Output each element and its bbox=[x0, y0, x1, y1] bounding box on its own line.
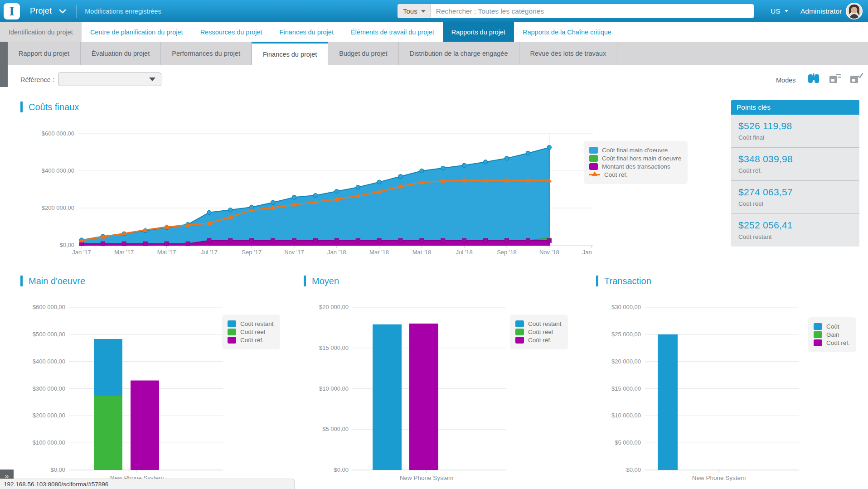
svg-text:Jan '19: Jan '19 bbox=[582, 249, 594, 256]
key-points-panel: Points clés $526 119,98Coût final$348 03… bbox=[731, 100, 859, 247]
key-point-label: Coût réel bbox=[738, 200, 852, 207]
primary-tab-identification-du-projet[interactable]: Identification du projet bbox=[0, 22, 82, 42]
legend-swatch bbox=[515, 337, 524, 344]
top-bar: I Projet Modifications enregistrées Tous… bbox=[0, 0, 868, 22]
section-transaction: Transaction$0,00$5 000,00$10 000,00$15 0… bbox=[594, 270, 868, 489]
section-title-text: Transaction bbox=[604, 276, 651, 286]
secondary-tab-valuation-du-projet[interactable]: Évaluation du projet bbox=[81, 42, 161, 65]
legend-swatch bbox=[814, 339, 822, 346]
primary-tab-ressources-du-projet[interactable]: Ressources du projet bbox=[192, 22, 271, 42]
secondary-tab-budget-du-projet[interactable]: Budget du projet bbox=[328, 42, 398, 65]
svg-text:Jul '17: Jul '17 bbox=[201, 249, 218, 256]
binoculars-icon[interactable] bbox=[807, 73, 820, 84]
legend-swatch bbox=[515, 320, 524, 327]
section-title-couts-finaux: Coûts finaux bbox=[20, 102, 79, 112]
legend-label: Coût réf. bbox=[240, 337, 264, 344]
secondary-tab-revue-des-lots-de-travaux[interactable]: Revue des lots de travaux bbox=[519, 42, 618, 65]
key-point-label: Coût final bbox=[738, 134, 852, 141]
svg-text:$20 000,00: $20 000,00 bbox=[611, 358, 641, 365]
svg-text:$0,00: $0,00 bbox=[59, 242, 74, 248]
search-scope-label: Tous bbox=[403, 7, 417, 15]
svg-text:$15 000,00: $15 000,00 bbox=[319, 344, 349, 351]
secondary-tab-performances-du-projet[interactable]: Performances du projet bbox=[161, 42, 252, 65]
svg-text:$10 000,00: $10 000,00 bbox=[319, 385, 349, 392]
svg-text:Mar '17: Mar '17 bbox=[114, 249, 134, 256]
primary-tab-finances-du-projet[interactable]: Finances du projet bbox=[271, 22, 342, 42]
title-accent-bar bbox=[20, 276, 23, 286]
key-points-body: $526 119,98Coût final$348 039,98Coût réf… bbox=[731, 115, 859, 247]
report-edit-mode-icon[interactable] bbox=[829, 73, 842, 84]
topbar-divider bbox=[76, 5, 77, 18]
collapsed-panel-strip[interactable] bbox=[0, 42, 8, 87]
svg-text:Mai '17: Mai '17 bbox=[157, 249, 176, 256]
legend-item-co-t-r-f: Coût réf. bbox=[228, 337, 274, 344]
legend-swatch bbox=[589, 147, 598, 154]
legend-item-co-t-restant: Coût restant bbox=[515, 320, 562, 327]
svg-text:New Phone System: New Phone System bbox=[400, 474, 454, 481]
svg-text:Sep '17: Sep '17 bbox=[242, 249, 262, 256]
svg-text:$400 000,00: $400 000,00 bbox=[42, 167, 74, 174]
bar-segment-co-t-r-el bbox=[94, 396, 122, 470]
chevron-down-icon[interactable] bbox=[59, 9, 66, 14]
svg-text:Mai '18: Mai '18 bbox=[412, 249, 432, 256]
section-title-text: Moyen bbox=[312, 276, 339, 286]
legend-label: Coût réel bbox=[240, 329, 265, 335]
svg-text:$600 000,00: $600 000,00 bbox=[33, 304, 65, 310]
bar-segment-co-t-restant bbox=[373, 324, 402, 470]
reference-label: Référence : bbox=[20, 76, 54, 83]
bar-segment-co-t-restant bbox=[94, 339, 122, 396]
svg-text:Sep '18: Sep '18 bbox=[497, 249, 517, 256]
secondary-tab-finances-du-projet[interactable]: Finances du projet bbox=[252, 42, 328, 65]
primary-tab-rapports-de-la-cha-ne-critique[interactable]: Rapports de la Chaîne critique bbox=[514, 22, 620, 42]
user-avatar[interactable] bbox=[846, 3, 863, 19]
primary-tab-l-ments-de-travail-du-projet[interactable]: Éléments de travail du projet bbox=[342, 22, 443, 42]
search-input[interactable] bbox=[431, 4, 754, 18]
legend-item-co-t-r-el: Coût réel bbox=[515, 329, 562, 335]
section-title-text: Coûts finaux bbox=[29, 102, 79, 112]
project-menu[interactable]: Projet bbox=[30, 6, 52, 16]
legend-item-co-t-final-main-d-oeuvre: Coût final main d'oeuvre bbox=[589, 147, 681, 154]
legend-swatch bbox=[515, 329, 524, 335]
app-logo-icon[interactable]: I bbox=[4, 3, 20, 19]
secondary-tabs: Rapport du projetÉvaluation du projetPer… bbox=[0, 42, 868, 65]
svg-text:Jan '18: Jan '18 bbox=[327, 249, 346, 256]
key-point-co-t-r-el: $274 063,57Coût réel bbox=[731, 181, 859, 214]
legend-label: Coût réf. bbox=[826, 339, 850, 346]
svg-text:Jan '17: Jan '17 bbox=[72, 249, 91, 256]
chevron-down-icon bbox=[785, 10, 788, 12]
primary-tab-rapports-du-projet[interactable]: Rapports du projet bbox=[443, 22, 514, 42]
couts-finaux-chart[interactable]: $600 000,00$400 000,00$200 000,00$0,00Ja… bbox=[18, 119, 594, 268]
svg-text:$0,00: $0,00 bbox=[626, 466, 641, 473]
svg-text:$10 000,00: $10 000,00 bbox=[611, 412, 641, 419]
legend-item-co-t-r-f: Coût réf. bbox=[515, 337, 562, 344]
key-point-value: $526 119,98 bbox=[738, 121, 852, 131]
status-url: 192.168.56.103:8080/sciforma/#57896 bbox=[4, 481, 108, 488]
chevron-down-icon bbox=[149, 77, 155, 81]
key-point-value: $348 039,98 bbox=[738, 154, 852, 165]
status-bar: 192.168.56.103:8080/sciforma/#57896 bbox=[0, 479, 295, 489]
legend-label: Coût restant bbox=[240, 320, 274, 327]
language-selector[interactable]: US bbox=[771, 0, 788, 22]
bar-segment-co-t-r-f bbox=[409, 324, 438, 470]
svg-text:Jul '18: Jul '18 bbox=[456, 249, 473, 256]
section-main-d-oeuvre: Main d'oeuvre$0,00$100 000,00$200 000,00… bbox=[18, 270, 299, 489]
search-scope-dropdown[interactable]: Tous bbox=[398, 4, 431, 18]
svg-text:$25 000,00: $25 000,00 bbox=[611, 331, 641, 338]
user-name[interactable]: Administrator bbox=[800, 0, 842, 22]
legend-item-montant-des-transactions: Montant des transactions bbox=[589, 163, 681, 170]
reference-dropdown[interactable] bbox=[58, 73, 161, 86]
svg-text:Mar '18: Mar '18 bbox=[369, 249, 389, 256]
svg-text:Nov '18: Nov '18 bbox=[539, 249, 559, 256]
main-d-oeuvre-legend: Coût restantCoût réelCoût réf. bbox=[222, 315, 280, 349]
report-validate-mode-icon[interactable] bbox=[849, 73, 863, 84]
secondary-tab-rapport-du-projet[interactable]: Rapport du projet bbox=[8, 42, 81, 65]
svg-text:Nov '17: Nov '17 bbox=[284, 249, 304, 256]
key-point-label: Coût réf. bbox=[738, 167, 852, 174]
primary-tab-centre-de-planification-du-projet[interactable]: Centre de planification du projet bbox=[82, 22, 192, 42]
secondary-tab-distribution-de-la-charge-engag-e[interactable]: Distribution de la charge engagée bbox=[399, 42, 519, 65]
legend-label: Coût réel bbox=[528, 329, 553, 335]
svg-text:$600 000,00: $600 000,00 bbox=[42, 130, 74, 137]
section-title-main-d-oeuvre: Main d'oeuvre bbox=[20, 276, 85, 286]
primary-tabs: Identification du projetCentre de planif… bbox=[0, 22, 868, 42]
legend-item-co-t: Coût bbox=[814, 323, 850, 330]
